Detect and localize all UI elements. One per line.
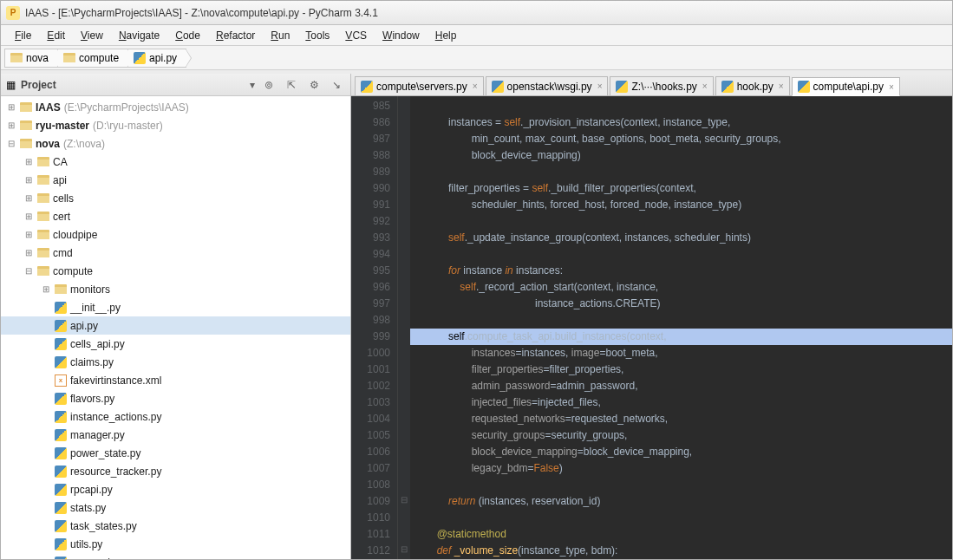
- breadcrumb-segment[interactable]: api.py: [127, 49, 186, 68]
- menu-item-view[interactable]: View: [74, 28, 110, 43]
- code-line[interactable]: [410, 246, 952, 263]
- tree-item[interactable]: ⊞monitors: [1, 280, 350, 298]
- tree-item[interactable]: cells_api.py: [1, 335, 350, 353]
- fold-mark[interactable]: ⊟: [398, 492, 410, 508]
- menu-item-help[interactable]: Help: [428, 28, 464, 43]
- close-tab-icon[interactable]: ×: [473, 81, 478, 91]
- breadcrumb-segment[interactable]: compute: [57, 49, 127, 68]
- project-view-dropdown-icon[interactable]: ▾: [250, 79, 255, 91]
- tree-item[interactable]: ⊞cmd: [1, 244, 350, 262]
- code-line[interactable]: [410, 98, 952, 114]
- expand-icon[interactable]: ⊞: [23, 248, 34, 257]
- editor-tab[interactable]: Z:\···\hooks.py×: [610, 76, 713, 95]
- tree-item[interactable]: ⊟nova (Z:\nova): [1, 134, 350, 153]
- collapse-icon[interactable]: ⊟: [23, 266, 34, 276]
- code-line[interactable]: block_device_mapping): [410, 147, 952, 164]
- close-tab-icon[interactable]: ×: [702, 81, 708, 91]
- editor-tab[interactable]: compute\api.py×: [792, 77, 900, 96]
- code-line[interactable]: admin_password=admin_password,: [410, 378, 952, 394]
- project-view-icon[interactable]: ▦: [6, 79, 16, 91]
- hide-icon[interactable]: ↘: [328, 76, 345, 94]
- tree-item[interactable]: ⊞cert: [1, 207, 350, 225]
- tree-item[interactable]: __init__.py: [1, 298, 350, 316]
- close-tab-icon[interactable]: ×: [889, 82, 894, 92]
- expand-icon[interactable]: ⊞: [6, 120, 16, 130]
- close-tab-icon[interactable]: ×: [597, 81, 603, 91]
- code-line[interactable]: [410, 477, 952, 493]
- menu-item-code[interactable]: Code: [168, 28, 207, 43]
- collapse-icon[interactable]: ⊟: [6, 139, 16, 148]
- code-line[interactable]: filter_properties=filter_properties,: [410, 361, 952, 378]
- menu-item-navigate[interactable]: Navigate: [112, 28, 166, 43]
- tree-item[interactable]: xfakevirtinstance.xml: [1, 371, 350, 389]
- code-line[interactable]: injected_files=injected_files,: [410, 394, 952, 411]
- code-line[interactable]: block_device_mapping=block_device_mappin…: [410, 444, 952, 460]
- expand-icon[interactable]: ⊞: [23, 175, 34, 185]
- code-line[interactable]: def _volume_size(instance_type, bdm):: [410, 543, 952, 559]
- tree-item[interactable]: ⊟compute: [1, 262, 350, 280]
- expand-icon[interactable]: ⊞: [6, 102, 16, 112]
- tree-item[interactable]: ⊞ryu-master (D:\ryu-master): [1, 116, 350, 134]
- expand-icon[interactable]: ⊞: [23, 212, 34, 221]
- breadcrumb-segment[interactable]: nova: [4, 49, 57, 68]
- code-line[interactable]: [410, 510, 952, 526]
- fold-mark[interactable]: ⊟: [398, 541, 410, 557]
- tree-item[interactable]: stats.py: [1, 498, 350, 517]
- tree-item[interactable]: utils.py: [1, 535, 350, 553]
- code-line[interactable]: legacy_bdm=False): [410, 460, 952, 477]
- code-line[interactable]: self._record_action_start(context, insta…: [410, 279, 952, 296]
- project-tree[interactable]: ⊞IAAS (E:\PycharmProjects\IAAS)⊞ryu-mast…: [1, 96, 350, 559]
- code-line[interactable]: [410, 213, 952, 230]
- code-line[interactable]: @staticmethod: [410, 526, 952, 543]
- gear-icon[interactable]: ⚙: [305, 76, 323, 94]
- tree-item[interactable]: flavors.py: [1, 389, 350, 407]
- editor-tab[interactable]: compute\servers.py×: [355, 76, 484, 95]
- menu-item-edit[interactable]: Edit: [40, 28, 72, 43]
- code-line[interactable]: scheduler_hints, forced_host, forced_nod…: [410, 197, 952, 213]
- code-line[interactable]: instances = self._provision_instances(co…: [410, 114, 952, 131]
- collapse-all-icon[interactable]: ⇱: [283, 76, 300, 94]
- code-line[interactable]: security_groups=security_groups,: [410, 427, 952, 444]
- editor-tab[interactable]: openstack\wsgi.py×: [486, 76, 609, 95]
- editor-tab[interactable]: hook.py×: [715, 76, 790, 95]
- tree-item[interactable]: rpcapi.py: [1, 480, 350, 498]
- tree-item[interactable]: resource_tracker.py: [1, 462, 350, 480]
- menu-item-file[interactable]: File: [8, 28, 38, 43]
- tree-item[interactable]: ⊞IAAS (E:\PycharmProjects\IAAS): [1, 98, 350, 116]
- tree-item[interactable]: ⊞api: [1, 171, 350, 189]
- menu-item-refactor[interactable]: Refactor: [209, 28, 262, 43]
- expand-icon[interactable]: ⊞: [41, 284, 51, 294]
- menu-item-tools[interactable]: Tools: [298, 28, 336, 43]
- code-line[interactable]: requested_networks=requested_networks,: [410, 411, 952, 427]
- tree-item[interactable]: ⊞cells: [1, 189, 350, 207]
- code-line[interactable]: [410, 312, 952, 329]
- code-line[interactable]: min_count, max_count, base_options, boot…: [410, 131, 952, 147]
- code-line[interactable]: filter_properties = self._build_filter_p…: [410, 180, 952, 197]
- scroll-from-source-icon[interactable]: ⊚: [260, 76, 277, 94]
- code-line[interactable]: for instance in instances:: [410, 263, 952, 279]
- tree-item[interactable]: ⊞CA: [1, 153, 350, 171]
- code-area[interactable]: instances = self._provision_instances(co…: [410, 96, 952, 559]
- menu-item-vcs[interactable]: VCS: [338, 28, 374, 43]
- code-line[interactable]: instance_actions.CREATE): [410, 296, 952, 312]
- tree-item[interactable]: task_states.py: [1, 517, 350, 535]
- expand-icon[interactable]: ⊞: [23, 157, 34, 166]
- expand-icon[interactable]: ⊞: [23, 230, 34, 239]
- tree-item[interactable]: api.py: [1, 316, 350, 335]
- code-line[interactable]: return (instances, reservation_id): [410, 493, 952, 510]
- tree-item[interactable]: claims.py: [1, 353, 350, 371]
- tree-item[interactable]: ⊞cloudpipe: [1, 225, 350, 244]
- tree-item[interactable]: power_state.py: [1, 444, 350, 462]
- code-line[interactable]: instances=instances, image=boot_meta,: [410, 345, 952, 361]
- tree-item[interactable]: manager.py: [1, 426, 350, 444]
- menu-item-window[interactable]: Window: [375, 28, 427, 43]
- tree-item[interactable]: instance_actions.py: [1, 407, 350, 426]
- tree-item[interactable]: vm_mode.py: [1, 553, 350, 559]
- code-line[interactable]: [410, 164, 952, 180]
- menu-item-run[interactable]: Run: [264, 28, 297, 43]
- code-line[interactable]: self.compute_task_api.build_instances(co…: [410, 329, 952, 345]
- close-tab-icon[interactable]: ×: [779, 81, 784, 91]
- expand-icon[interactable]: ⊞: [23, 193, 34, 203]
- code-editor[interactable]: 9859869879889899909919929939949959969979…: [351, 96, 952, 559]
- code-line[interactable]: self._update_instance_group(context, ins…: [410, 230, 952, 246]
